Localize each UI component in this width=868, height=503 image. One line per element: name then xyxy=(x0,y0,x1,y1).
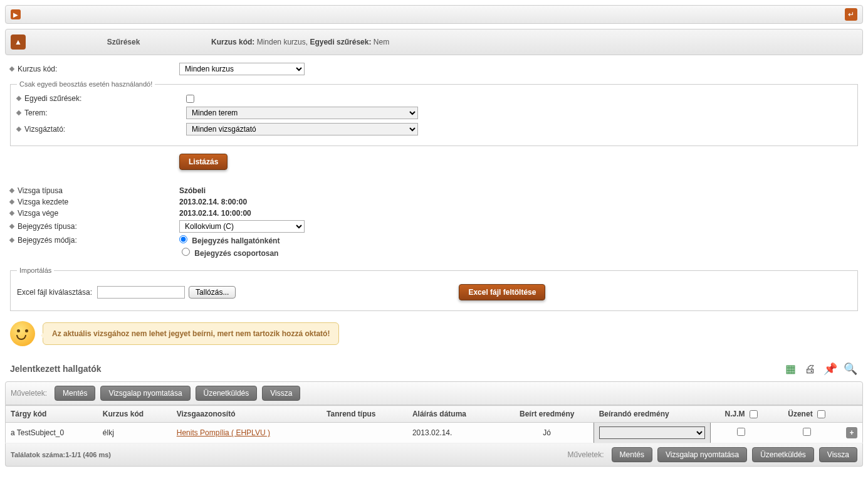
col-schedule-type[interactable]: Tanrend típus xyxy=(322,406,407,423)
file-input[interactable] xyxy=(97,286,185,299)
diamond-icon xyxy=(9,238,14,243)
print-button-bottom[interactable]: Vizsgalap nyomtatása xyxy=(657,447,747,462)
enter-icon[interactable]: ↵ xyxy=(845,8,857,21)
row-add-button[interactable]: + xyxy=(846,427,857,438)
custom-fieldset: Csak egyedi beosztás esetén használandó!… xyxy=(10,80,858,146)
cell-exam-id: Henits Pompília ( EHPLVU ) xyxy=(172,423,322,443)
col-njm[interactable]: N.J.M xyxy=(710,406,772,423)
col-course-code[interactable]: Kurzus kód xyxy=(98,406,172,423)
upload-button[interactable]: Excel fájl feltöltése xyxy=(459,284,545,300)
room-label: Terem: xyxy=(17,109,186,117)
table-row: a TestSubject_0 élkj Henits Pompília ( E… xyxy=(6,423,863,443)
smiley-icon xyxy=(10,321,35,346)
back-button-top[interactable]: Vissza xyxy=(262,386,300,401)
col-exam-id[interactable]: Vizsgaazonosító xyxy=(172,406,322,423)
cell-result-to-enter xyxy=(594,423,711,443)
list-button[interactable]: Listázás xyxy=(179,154,227,170)
top-bar: ▶ ↵ xyxy=(5,5,863,24)
warning-message: Az aktuális vizsgához nem lehet jegyet b… xyxy=(10,321,858,346)
browse-button[interactable]: Tallózás... xyxy=(189,286,236,299)
students-title: Jelentkezett hallgatók xyxy=(10,364,102,374)
message-button-top[interactable]: Üzenetküldés xyxy=(196,386,258,401)
diamond-icon xyxy=(16,110,21,115)
message-button-bottom[interactable]: Üzenetküldés xyxy=(752,447,814,462)
toolbar-icons: ▦ 🖨 📌 🔍 xyxy=(783,361,858,376)
import-fieldset: Importálás Excel fájl kiválasztása: Tall… xyxy=(10,267,858,311)
course-code-label: Kurzus kód: xyxy=(10,65,179,73)
search-icon[interactable]: 🔍 xyxy=(843,361,858,376)
print-icon[interactable]: 🖨 xyxy=(803,361,818,376)
diamond-icon xyxy=(16,96,21,101)
exam-type-value: Szóbeli xyxy=(179,186,206,195)
diamond-icon xyxy=(9,199,14,204)
export-xls-icon[interactable]: ▦ xyxy=(783,361,798,376)
message-header-checkbox[interactable] xyxy=(817,410,825,418)
collapse-up-icon[interactable]: ▲ xyxy=(11,34,26,50)
pin-icon[interactable]: 📌 xyxy=(823,361,838,376)
filters-form: Kurzus kód: Minden kurzus Csak egyedi be… xyxy=(5,63,863,170)
mode-per-student-radio[interactable] xyxy=(179,235,187,243)
mode-per-student-label: Bejegyzés hallgatónként xyxy=(192,236,280,245)
result-select[interactable] xyxy=(599,426,705,439)
exam-end-label: Vizsga vége xyxy=(10,209,179,218)
filters-title: Szűrések xyxy=(36,38,211,46)
course-code-select[interactable]: Minden kurzus xyxy=(179,63,305,75)
examiner-select[interactable]: Minden vizsgáztató xyxy=(186,123,418,135)
custom-fieldset-legend: Csak egyedi beosztás esetén használandó! xyxy=(17,80,155,88)
entry-type-label: Bejegyzés típusa: xyxy=(10,220,179,233)
expand-icon[interactable]: ▶ xyxy=(11,9,21,19)
diamond-icon xyxy=(9,66,14,71)
entry-mode-label: Bejegyzés módja: xyxy=(10,235,179,245)
col-message[interactable]: Üzenet xyxy=(772,406,841,423)
cell-entered-result: Jó xyxy=(500,423,594,443)
filters-header: ▲ Szűrések Kurzus kód: Minden kurzus, Eg… xyxy=(5,29,863,55)
import-legend: Importálás xyxy=(17,267,54,274)
mode-group-label: Bejegyzés csoportosan xyxy=(194,249,278,258)
filters-summary: Kurzus kód: Minden kurzus, Egyedi szűrés… xyxy=(211,38,389,46)
actions-label: Műveletek: xyxy=(11,389,47,398)
examiner-label: Vizsgáztató: xyxy=(17,125,186,134)
custom-filters-checkbox[interactable] xyxy=(186,95,194,103)
students-table: Tárgy kód Kurzus kód Vizsgaazonosító Tan… xyxy=(5,405,863,443)
save-button-bottom[interactable]: Mentés xyxy=(612,447,652,462)
file-label: Excel fájl kiválasztása: xyxy=(17,288,92,297)
exam-type-label: Vizsga típusa xyxy=(10,186,179,195)
actions-label-bottom: Műveletek: xyxy=(568,450,604,459)
diamond-icon xyxy=(9,211,14,216)
exam-start-value: 2013.02.14. 8:00:00 xyxy=(179,198,247,206)
col-entered-result[interactable]: Beírt eredmény xyxy=(500,406,594,423)
entry-type-select[interactable]: Kollokvium (C) xyxy=(179,220,305,233)
njm-header-checkbox[interactable] xyxy=(750,410,758,418)
warning-text: Az aktuális vizsgához nem lehet jegyet b… xyxy=(43,322,339,345)
diamond-icon xyxy=(16,127,21,132)
col-sign-date[interactable]: Aláírás dátuma xyxy=(407,406,500,423)
custom-filters-label: Egyedi szűrések: xyxy=(17,94,186,103)
back-button-bottom[interactable]: Vissza xyxy=(819,447,857,462)
results-count: Találatok száma:1-1/1 (406 ms) xyxy=(11,451,111,458)
exam-id-link[interactable]: Henits Pompília ( EHPLVU ) xyxy=(177,428,270,437)
exam-end-value: 2013.02.14. 10:00:00 xyxy=(179,209,251,218)
cell-sign-date: 2013.02.14. xyxy=(407,423,500,443)
mode-group-radio[interactable] xyxy=(182,248,190,256)
room-select[interactable]: Minden terem xyxy=(186,107,418,119)
diamond-icon xyxy=(9,188,14,193)
row-message-checkbox[interactable] xyxy=(803,428,811,436)
actions-bar-top: Műveletek: Mentés Vizsgalap nyomtatása Ü… xyxy=(5,381,863,405)
row-njm-checkbox[interactable] xyxy=(737,428,745,436)
cell-subject-code: a TestSubject_0 xyxy=(6,423,98,443)
print-button-top[interactable]: Vizsgalap nyomtatása xyxy=(100,386,190,401)
cell-schedule-type xyxy=(322,423,407,443)
col-subject-code[interactable]: Tárgy kód xyxy=(6,406,98,423)
exam-start-label: Vizsga kezdete xyxy=(10,198,179,206)
diamond-icon xyxy=(9,224,14,229)
footer-bar: Találatok száma:1-1/1 (406 ms) Műveletek… xyxy=(5,443,863,467)
save-button-top[interactable]: Mentés xyxy=(55,386,95,401)
cell-course-code: élkj xyxy=(98,423,172,443)
col-result-to-enter[interactable]: Beírandó eredmény xyxy=(594,406,711,423)
